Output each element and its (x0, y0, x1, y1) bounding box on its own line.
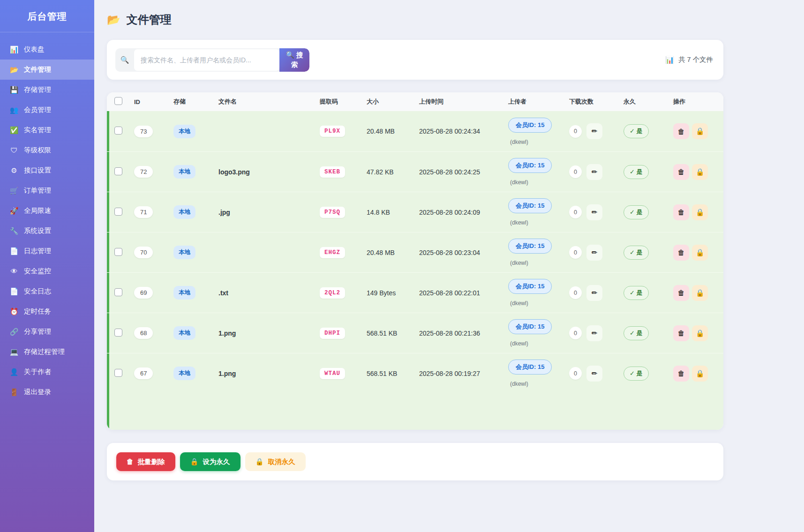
pencil-icon: ✏ (592, 369, 598, 378)
col-actions: 操作 (669, 97, 723, 106)
extraction-code: P7SQ (320, 207, 345, 218)
delete-file-button[interactable]: 🗑 (673, 204, 689, 220)
lock-icon: 🔒 (696, 208, 705, 217)
row-checkbox[interactable] (114, 329, 122, 337)
file-table: ID 存储 文件名 提取码 大小 上传时间 上传者 下载次数 永久 操作 73 … (107, 92, 723, 430)
sidebar-item-label: 存储过程管理 (24, 347, 65, 356)
edit-button[interactable]: ✏ (586, 245, 602, 261)
bulk-delete-button[interactable]: 🗑批量删除 (116, 452, 175, 471)
extraction-code: 2QL2 (320, 287, 345, 299)
col-storage: 存储 (169, 97, 214, 106)
sidebar-item[interactable]: 💾 存储管理 (0, 80, 94, 100)
sidebar-item[interactable]: 🛡 等级权限 (0, 140, 94, 160)
app-title: 后台管理 (0, 0, 94, 32)
delete-file-button[interactable]: 🗑 (673, 164, 689, 180)
file-id: 69 (134, 287, 153, 299)
lock-icon: 🔒 (696, 289, 705, 297)
sidebar-item[interactable]: ⏰ 定时任务 (0, 301, 94, 322)
search-button-icon: 🔍 (286, 51, 294, 59)
delete-file-button[interactable]: 🗑 (673, 245, 689, 261)
lock-file-button[interactable]: 🔒 (692, 285, 708, 301)
sidebar-item-icon: 📊 (9, 45, 19, 54)
col-time: 上传时间 (414, 97, 503, 106)
edit-button[interactable]: ✏ (586, 285, 602, 301)
sidebar-item[interactable]: 📄 日志管理 (0, 241, 94, 261)
table-row: 71 本地 .jpg P7SQ 14.8 KB 2025-08-28 00:24… (107, 192, 723, 232)
permanent-badge: ✓ 是 (624, 124, 649, 138)
trash-icon: 🗑 (678, 208, 685, 216)
sidebar-item[interactable]: 🛒 订单管理 (0, 180, 94, 201)
cancel-permanent-button[interactable]: 🔒取消永久 (245, 452, 306, 471)
select-all-checkbox[interactable] (114, 97, 122, 105)
file-size: 20.48 MB (362, 127, 414, 135)
lock-file-button[interactable]: 🔒 (692, 164, 708, 180)
page-title: 📂 文件管理 (107, 12, 723, 27)
storage-badge: 本地 (173, 246, 195, 259)
edit-button[interactable]: ✏ (586, 325, 602, 341)
lock-file-button[interactable]: 🔒 (692, 123, 708, 139)
bulk-actions-bar: 🗑批量删除 🔒设为永久 🔒取消永久 (107, 443, 723, 480)
sidebar-item[interactable]: 📊 仪表盘 (0, 39, 94, 60)
row-checkbox[interactable] (114, 369, 122, 377)
sidebar-item[interactable]: 🚪 退出登录 (0, 382, 94, 402)
storage-badge: 本地 (173, 205, 195, 219)
sidebar: 后台管理 📊 仪表盘 📂 文件管理 💾 存储管理 👥 会员管理 ✅ 实名管理 🛡… (0, 0, 94, 532)
table-header-row: ID 存储 文件名 提取码 大小 上传时间 上传者 下载次数 永久 操作 (107, 92, 723, 111)
edit-button[interactable]: ✏ (586, 204, 602, 220)
extraction-code: WTAU (320, 368, 345, 379)
file-size: 14.8 KB (362, 209, 414, 216)
sidebar-item[interactable]: 🚀 全局限速 (0, 201, 94, 221)
row-checkbox[interactable] (114, 208, 122, 216)
file-id: 68 (134, 327, 153, 339)
actions-cell: 🗑 🔒 (669, 123, 723, 139)
sidebar-nav: 📊 仪表盘 📂 文件管理 💾 存储管理 👥 会员管理 ✅ 实名管理 🛡 等级权限… (0, 32, 94, 402)
lock-file-button[interactable]: 🔒 (692, 204, 708, 220)
sidebar-item[interactable]: 📂 文件管理 (0, 60, 94, 80)
sidebar-item-icon: 🛒 (9, 187, 19, 195)
pencil-icon: ✏ (592, 127, 598, 135)
lock-file-button[interactable]: 🔒 (692, 366, 708, 382)
sidebar-item[interactable]: 👥 会员管理 (0, 100, 94, 120)
permanent-cell: ✓ 是 (619, 326, 669, 340)
actions-cell: 🗑 🔒 (669, 245, 723, 261)
edit-button[interactable]: ✏ (586, 123, 602, 139)
table-row: 73 本地 PL9X 20.48 MB 2025-08-28 00:24:34 … (107, 111, 723, 151)
downloads-cell: 0 ✏ (564, 164, 619, 180)
row-select-cell (107, 208, 129, 217)
uploader-name: (dkewl) (508, 300, 528, 307)
actions-cell: 🗑 🔒 (669, 164, 723, 180)
code-cell: SKEB (315, 166, 362, 178)
upload-time: 2025-08-28 00:23:04 (414, 249, 503, 256)
search-button[interactable]: 🔍 搜索 (279, 48, 309, 72)
lock-file-button[interactable]: 🔒 (692, 245, 708, 261)
delete-file-button[interactable]: 🗑 (673, 285, 689, 301)
edit-button[interactable]: ✏ (586, 366, 602, 382)
sidebar-item[interactable]: 🔗 分享管理 (0, 322, 94, 342)
table-row: 72 本地 logo3.png SKEB 47.82 KB 2025-08-28… (107, 151, 723, 192)
search-input[interactable] (134, 49, 279, 71)
sidebar-item[interactable]: ⚙ 接口设置 (0, 160, 94, 180)
delete-file-button[interactable]: 🗑 (673, 366, 689, 382)
row-checkbox[interactable] (114, 248, 122, 256)
set-permanent-button[interactable]: 🔒设为永久 (180, 452, 240, 471)
row-checkbox[interactable] (114, 167, 122, 175)
sidebar-item[interactable]: 🔧 系统设置 (0, 221, 94, 241)
delete-file-button[interactable]: 🗑 (673, 325, 689, 341)
actions-cell: 🗑 🔒 (669, 285, 723, 301)
row-checkbox[interactable] (114, 288, 122, 296)
sidebar-item[interactable]: 👁 安全监控 (0, 261, 94, 281)
sidebar-item[interactable]: 💻 存储过程管理 (0, 342, 94, 362)
trash-icon: 🗑 (678, 127, 685, 135)
sidebar-item[interactable]: 👤 关于作者 (0, 362, 94, 382)
sidebar-item-label: 分享管理 (24, 327, 51, 336)
sidebar-item-icon: 🛡 (9, 146, 19, 154)
row-select-cell (107, 248, 129, 257)
downloads-cell: 0 ✏ (564, 245, 619, 261)
row-checkbox[interactable] (114, 127, 122, 135)
lock-file-button[interactable]: 🔒 (692, 325, 708, 341)
delete-file-button[interactable]: 🗑 (673, 123, 689, 139)
sidebar-item[interactable]: 📄 安全日志 (0, 281, 94, 301)
sidebar-item[interactable]: ✅ 实名管理 (0, 120, 94, 140)
edit-button[interactable]: ✏ (586, 164, 602, 180)
file-id-cell: 71 (129, 206, 169, 218)
